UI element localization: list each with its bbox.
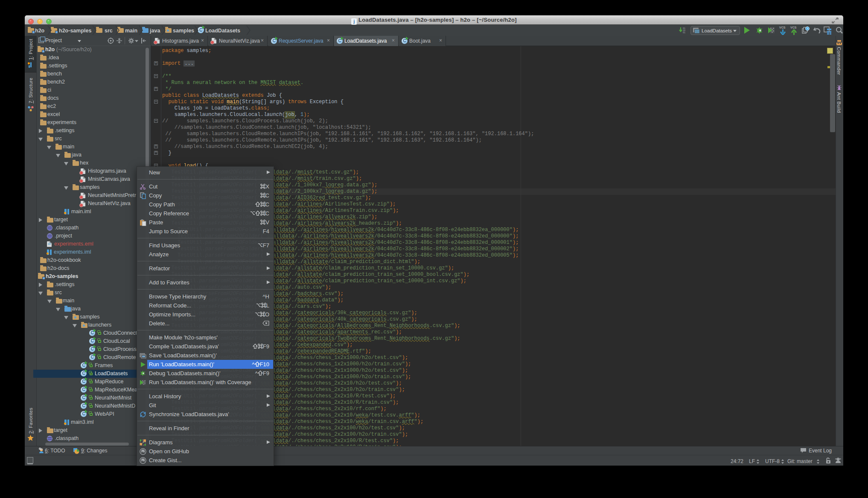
- svg-text:01: 01: [683, 32, 685, 34]
